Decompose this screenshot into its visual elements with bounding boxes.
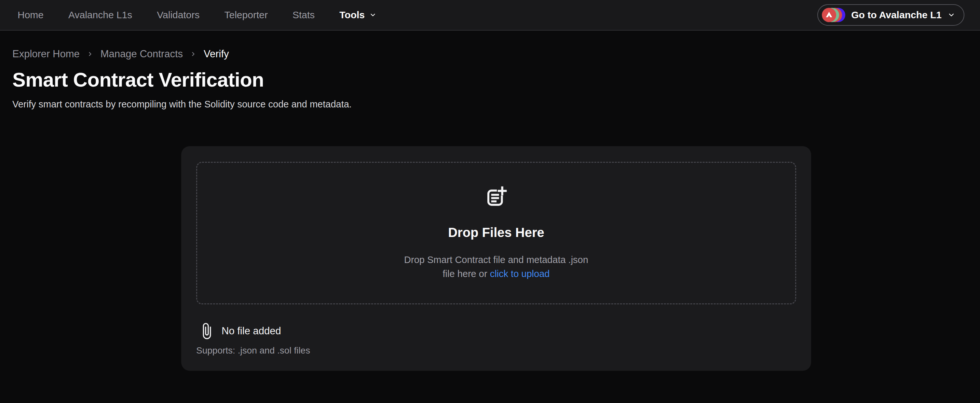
file-status-row: No file added [202, 323, 796, 339]
supported-files-note: Supports: .json and .sol files [196, 346, 796, 356]
chevron-right-icon [190, 51, 197, 57]
paperclip-icon [202, 323, 212, 339]
nav-item-teleporter[interactable]: Teleporter [224, 10, 267, 21]
breadcrumb: Explorer Home Manage Contracts Verify [12, 48, 980, 60]
chevron-down-icon [369, 11, 377, 19]
upload-card: Drop Files Here Drop Smart Contract file… [181, 146, 811, 371]
nav-item-tools[interactable]: Tools [339, 10, 377, 21]
cta-label: Go to Avalanche L1 [851, 10, 942, 21]
main-nav: Home Avalanche L1s Validators Teleporter… [18, 10, 377, 21]
dropzone-line1: Drop Smart Contract file and metadata .j… [404, 255, 588, 265]
breadcrumb-explorer-home[interactable]: Explorer Home [12, 48, 80, 60]
avalanche-logo-icon [822, 8, 836, 22]
chevron-right-icon [87, 51, 93, 57]
file-plus-icon [485, 186, 508, 208]
nav-item-home[interactable]: Home [18, 10, 44, 21]
go-to-avalanche-l1-button[interactable]: Go to Avalanche L1 [817, 4, 964, 26]
file-dropzone[interactable]: Drop Files Here Drop Smart Contract file… [196, 162, 796, 304]
page-title: Smart Contract Verification [12, 68, 980, 91]
nav-item-stats[interactable]: Stats [293, 10, 315, 21]
dropzone-line2-prefix: file here or [443, 269, 490, 279]
nav-tools-label: Tools [339, 10, 365, 21]
dropzone-heading: Drop Files Here [448, 225, 544, 240]
top-navbar: Home Avalanche L1s Validators Teleporter… [0, 0, 980, 30]
file-status-label: No file added [221, 325, 281, 337]
nav-item-avalanche-l1s[interactable]: Avalanche L1s [68, 10, 132, 21]
chevron-down-icon [947, 11, 955, 19]
nav-item-validators[interactable]: Validators [157, 10, 199, 21]
dropzone-instructions: Drop Smart Contract file and metadata .j… [404, 253, 588, 281]
breadcrumb-manage-contracts[interactable]: Manage Contracts [100, 48, 183, 60]
page-content: Explorer Home Manage Contracts Verify Sm… [0, 48, 980, 371]
avalanche-chain-logos [822, 8, 845, 22]
breadcrumb-verify: Verify [204, 48, 229, 60]
page-subtitle: Verify smart contracts by recompiling wi… [12, 99, 980, 110]
click-to-upload-link[interactable]: click to upload [490, 269, 550, 279]
